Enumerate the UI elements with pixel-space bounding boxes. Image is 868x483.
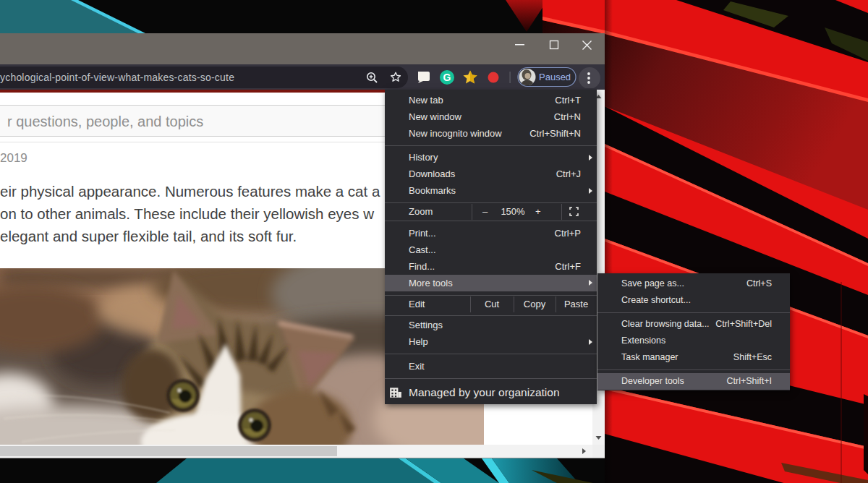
svg-text:G: G <box>443 72 451 83</box>
svg-text:Paused: Paused <box>539 72 571 82</box>
